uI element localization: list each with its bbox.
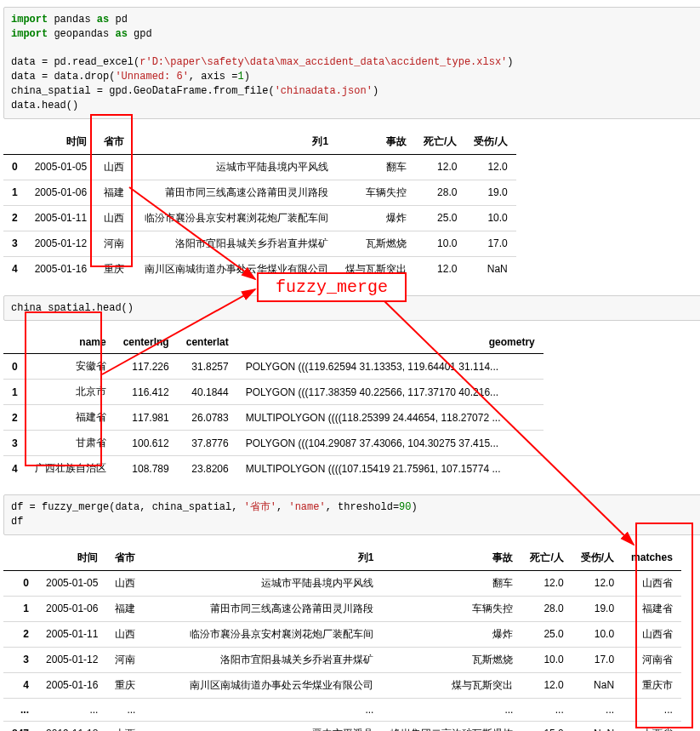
th-inj: 受伤/人 xyxy=(572,545,623,571)
th-inj: 受伤/人 xyxy=(465,129,515,155)
th-death: 死亡/人 xyxy=(415,129,465,155)
table-row: ........................ xyxy=(3,698,681,721)
table-row: 42005-01-16重庆南川区南城街道办事处云华煤业有限公司煤与瓦斯突出12.… xyxy=(3,672,681,698)
table-row: 32005-01-12河南洛阳市宜阳县城关乡乔岩直井煤矿瓦斯燃烧10.017.0 xyxy=(3,231,516,256)
table-row: 0安徽省117.22631.8257POLYGON (((119.62594 3… xyxy=(3,354,543,380)
table-row: 12005-01-06福建莆田市同三线高速公路莆田灵川路段车辆失控28.019.… xyxy=(3,180,516,205)
th-time: 时间 xyxy=(37,545,106,571)
table-row: 4广西壮族自治区108.78923.8206MULTIPOLYGON ((((1… xyxy=(3,456,543,482)
table-row: 22005-01-11山西临汾市襄汾县京安村襄浏花炮厂装配车间爆炸25.010.… xyxy=(3,205,516,231)
table-row: 42005-01-16重庆南川区南城街道办事处云华煤业有限公司煤与瓦斯突出12.… xyxy=(3,256,516,282)
table-row: 02005-01-05山西运城市平陆县境内平风线翻车12.012.0山西省 xyxy=(3,570,681,596)
output-table-1: 时间 省市 列1 事故 死亡/人 受伤/人 02005-01-05山西运城市平陆… xyxy=(3,126,700,292)
table-row: 3甘肃省100.61237.8776POLYGON (((104.29087 3… xyxy=(3,431,543,456)
th-idx xyxy=(3,545,37,571)
th-idx xyxy=(3,331,26,354)
output-table-3: 时间 省市 列1 事故 死亡/人 受伤/人 matches 02005-01-0… xyxy=(3,542,700,731)
th-acc: 事故 xyxy=(382,545,521,571)
table-row: 02005-01-05山西运城市平陆县境内平风线翻车12.012.0 xyxy=(3,154,516,180)
th-col1: 列1 xyxy=(144,545,382,571)
th-lat: centerlat xyxy=(178,331,237,354)
th-name: name xyxy=(26,331,115,354)
table-row: 1北京市116.41240.1844POLYGON (((117.38359 4… xyxy=(3,380,543,405)
code-cell-1: import pandas as pd import geopandas as … xyxy=(3,7,700,119)
th-death: 死亡/人 xyxy=(521,545,572,571)
th-matches: matches xyxy=(623,545,681,571)
th-time: 时间 xyxy=(26,129,95,155)
table-row: 22005-01-11山西临汾市襄汾县京安村襄浏花炮厂装配车间爆炸25.010.… xyxy=(3,621,681,647)
th-col1: 列1 xyxy=(133,129,337,155)
th-prov: 省市 xyxy=(95,129,133,155)
th-idx xyxy=(3,129,26,155)
th-prov: 省市 xyxy=(106,545,144,571)
th-geom: geometry xyxy=(237,331,543,354)
code-cell-3: df = fuzzy_merge(data, china_spatial, '省… xyxy=(3,494,700,535)
table-row: 2福建省117.98126.0783MULTIPOLYGON ((((118.2… xyxy=(3,405,543,431)
table-row: 12005-01-06福建莆田市同三线高速公路莆田灵川路段车辆失控28.019.… xyxy=(3,596,681,621)
code-cell-2: china_spatial.head() xyxy=(3,295,700,322)
table-row: 8472019-11-18山西晋中市平遥县峰岩集团二亩沟矿瓦斯爆炸15.0NaN… xyxy=(3,721,681,731)
output-table-2: name centerlng centerlat geometry 0安徽省11… xyxy=(3,328,700,491)
th-lng: centerlng xyxy=(115,331,178,354)
th-acc: 事故 xyxy=(337,129,415,155)
table-row: 32005-01-12河南洛阳市宜阳县城关乡乔岩直井煤矿瓦斯燃烧10.017.0… xyxy=(3,647,681,672)
